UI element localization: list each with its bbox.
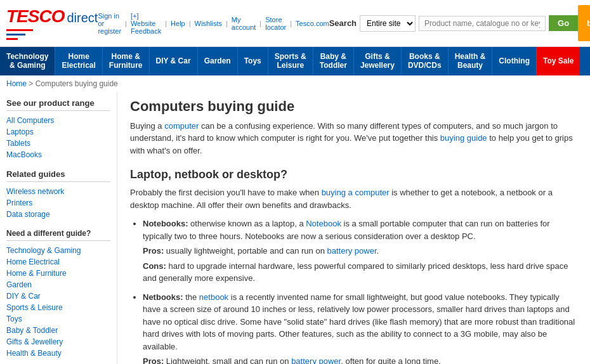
sidebar-laptops[interactable]: Laptops — [6, 126, 110, 138]
sidebar-related-section: Related guides Wireless network Printers… — [6, 169, 110, 220]
nav-item-gifts-jewellery[interactable]: Gifts & Jewellery — [354, 47, 402, 75]
sidebar-need-gifts-jewellery[interactable]: Gifts & Jewellery — [6, 336, 110, 348]
buying-computer-link[interactable]: buying a computer — [322, 188, 390, 197]
nav-item-baby-toddler[interactable]: Baby & Toddler — [313, 47, 354, 75]
nav-item-home-electrical[interactable]: Home Electrical — [55, 47, 102, 75]
sidebar-need-section: Need a different guide? Technology & Gam… — [6, 229, 110, 359]
separator2: | — [165, 20, 167, 27]
computer-link[interactable]: computer — [164, 121, 199, 131]
search-label: Search — [329, 18, 357, 28]
sidebar-tablets[interactable]: Tablets — [6, 138, 110, 149]
section1-title: Laptop, netbook or desktop? — [130, 168, 577, 181]
sidebar-product-title: See our product range — [6, 98, 110, 111]
logo-decoration — [6, 29, 98, 40]
search-input[interactable] — [419, 16, 546, 31]
tesco-logo-text: TESCO — [6, 6, 64, 27]
sidebar-data-storage[interactable]: Data storage — [6, 209, 110, 220]
netbook-link[interactable]: netbook — [199, 292, 228, 302]
nav-item-sports-leisure[interactable]: Sports & Leisure — [268, 47, 313, 75]
separator5: | — [259, 20, 261, 27]
help-link[interactable]: Help — [171, 20, 185, 27]
sidebar-macbooks[interactable]: MacBooks — [6, 149, 110, 160]
nav-item-diy-car[interactable]: DIY & Car — [150, 47, 198, 75]
separator4: | — [226, 20, 228, 27]
breadcrumb-current: Computers buying guide — [36, 79, 118, 88]
top-links: Sign in or register | [+] Website Feedba… — [98, 12, 329, 35]
notebooks-item: Notebooks: otherwise known as a laptop, … — [143, 218, 577, 285]
search-area: Search Entire site Go — [329, 15, 578, 32]
sidebar-need-title: Need a different guide? — [6, 229, 110, 241]
nav-item-clothing[interactable]: Clothing — [492, 47, 537, 75]
search-go-button[interactable]: Go — [549, 15, 578, 31]
sidebar-need-home-electrical[interactable]: Home Electrical — [6, 256, 110, 268]
intro-paragraph: Buying a computer can be a confusing exp… — [130, 120, 577, 157]
feedback-link[interactable]: [+] Website Feedback — [131, 12, 161, 35]
sidebar-need-health-beauty[interactable]: Health & Beauty — [6, 348, 110, 359]
view-basket-button[interactable]: View basket (0) — [578, 5, 590, 41]
separator6: | — [290, 20, 292, 27]
nav-item-toys[interactable]: Toys — [238, 47, 268, 75]
logo-area: TESCO direct — [6, 6, 98, 40]
separator3: | — [189, 20, 191, 27]
signin-link[interactable]: Sign in or register — [98, 12, 121, 35]
sidebar-need-home-furniture[interactable]: Home & Furniture — [6, 268, 110, 279]
battery-power-link2[interactable]: battery power — [291, 356, 341, 364]
store-locator-link[interactable]: Store locator — [265, 16, 286, 31]
article-content: Computers buying guide Buying a computer… — [117, 92, 590, 364]
sidebar-related-title: Related guides — [6, 169, 110, 182]
breadcrumb-home[interactable]: Home — [6, 79, 27, 88]
tesco-link[interactable]: Tesco.com — [296, 20, 329, 27]
sidebar: See our product range All Computers Lapt… — [0, 92, 117, 364]
sidebar-printers[interactable]: Printers — [6, 197, 110, 209]
nav-item-health-beauty[interactable]: Health & Beauty — [449, 47, 493, 75]
separator1: | — [125, 20, 127, 27]
buying-guide-link[interactable]: buying guide — [440, 133, 487, 143]
main-content: See our product range All Computers Lapt… — [0, 92, 590, 364]
battery-power-link1[interactable]: battery power — [327, 246, 377, 256]
sidebar-need-garden[interactable]: Garden — [6, 279, 110, 290]
section1-intro: Probably the first decision you'll have … — [130, 186, 577, 211]
netbooks-label: Netbooks: the netbook is a recently inve… — [143, 292, 575, 351]
sidebar-wireless-network[interactable]: Wireless network — [6, 186, 110, 197]
header: TESCO direct Sign in or register | [+] W… — [0, 0, 590, 47]
notebooks-cons: Cons: hard to upgrade internal hardware,… — [143, 260, 577, 285]
nav-item-tech-gaming[interactable]: Technology & Gaming — [0, 47, 55, 75]
main-nav: Technology & Gaming Home Electrical Home… — [0, 47, 590, 75]
sidebar-need-tech-gaming[interactable]: Technology & Gaming — [6, 245, 110, 256]
sidebar-need-baby-toddler[interactable]: Baby & Toddler — [6, 325, 110, 336]
laptop-list: Notebooks: otherwise known as a laptop, … — [143, 218, 577, 364]
nav-item-toy-sale[interactable]: Toy Sale — [537, 47, 580, 75]
sidebar-product-section: See our product range All Computers Lapt… — [6, 98, 110, 160]
direct-logo-text: direct — [67, 11, 98, 25]
sidebar-need-sports-leisure[interactable]: Sports & Leisure — [6, 302, 110, 313]
nav-item-garden[interactable]: Garden — [198, 47, 238, 75]
sidebar-all-computers[interactable]: All Computers — [6, 115, 110, 126]
netbooks-item: Netbooks: the netbook is a recently inve… — [143, 291, 577, 364]
notebooks-pros: Pros: usually lightweight, portable and … — [143, 245, 577, 257]
notebook-link[interactable]: Notebook — [306, 219, 341, 228]
sidebar-need-diy-car[interactable]: DIY & Car — [6, 290, 110, 302]
my-account-link[interactable]: My account — [232, 16, 256, 31]
wishlists-link[interactable]: Wishlists — [195, 20, 222, 27]
page-title: Computers buying guide — [130, 98, 577, 115]
netbooks-pros: Pros: Lightweight, small and can run on … — [143, 355, 577, 364]
basket-area: View basket (0) ▼ — [578, 5, 590, 41]
breadcrumb-separator: > — [29, 79, 35, 88]
nav-item-home-furniture[interactable]: Home & Furniture — [103, 47, 150, 75]
nav-item-books-dvd[interactable]: Books & DVD/CDs — [402, 47, 449, 75]
breadcrumb: Home > Computers buying guide — [0, 75, 590, 92]
notebooks-label: Notebooks: otherwise known as a laptop, … — [143, 219, 550, 241]
logo[interactable]: TESCO direct — [6, 6, 98, 40]
search-scope-select[interactable]: Entire site — [360, 15, 416, 32]
sidebar-need-toys[interactable]: Toys — [6, 313, 110, 325]
